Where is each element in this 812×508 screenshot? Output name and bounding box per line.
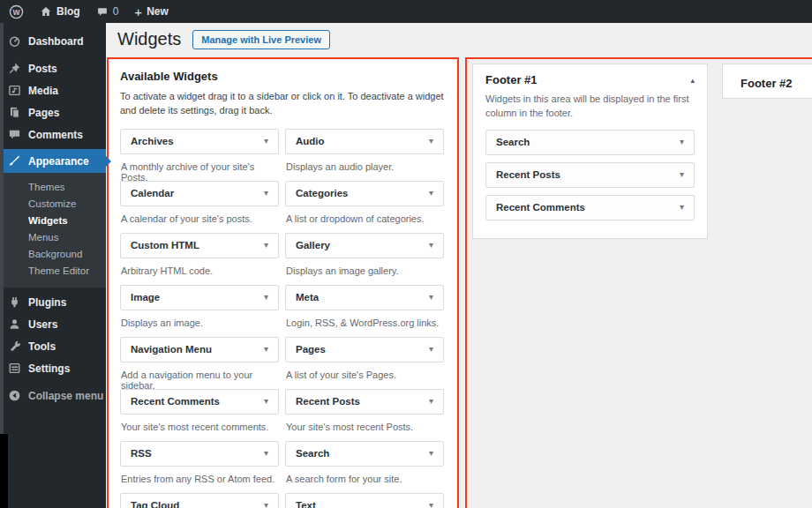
sidebar-item-appearance[interactable]: Appearance [0, 149, 106, 173]
widget-card[interactable]: Tag Cloud ▾ [120, 493, 279, 508]
new-content-button[interactable]: + New [134, 5, 168, 19]
assigned-widget-card[interactable]: Search ▾ [485, 130, 695, 155]
widget-description: A search form for your site. [285, 474, 444, 484]
sidebar-item-plugins[interactable]: Plugins [0, 291, 106, 313]
available-widget: Tag Cloud ▾ [120, 493, 279, 508]
site-name: Blog [56, 5, 80, 18]
media-icon [8, 84, 21, 97]
sidebar-item-label: Plugins [28, 296, 66, 309]
widget-card[interactable]: Recent Comments ▾ [120, 389, 279, 415]
plugin-icon [8, 295, 21, 309]
widget-card[interactable]: Navigation Menu ▾ [120, 337, 279, 362]
sidebar-item-label: Settings [28, 362, 70, 375]
site-home-link[interactable]: Blog [40, 5, 80, 18]
submenu-item-menus[interactable]: Menus [0, 229, 106, 246]
widget-card[interactable]: Pages ▾ [285, 337, 444, 362]
sidebar-item-comments[interactable]: Comments [0, 123, 106, 146]
submenu-item-background[interactable]: Background [0, 246, 106, 263]
available-widget: Navigation Menu ▾ Add a navigation menu … [120, 337, 279, 389]
widget-card[interactable]: Search ▾ [285, 441, 444, 467]
svg-text:W: W [12, 7, 20, 16]
footer2-widget-area: Footer #2 [722, 64, 812, 99]
chevron-down-icon[interactable]: ▾ [264, 397, 268, 406]
chevron-down-icon[interactable]: ▾ [429, 449, 433, 458]
chevron-down-icon[interactable]: ▾ [429, 137, 433, 146]
wordpress-logo-icon[interactable]: W [9, 4, 24, 19]
chevron-down-icon[interactable]: ▾ [264, 189, 268, 198]
widget-card[interactable]: Recent Posts ▾ [285, 389, 444, 415]
page-header: Widgets Manage with Live Preview [117, 29, 330, 49]
submenu-item-themes[interactable]: Themes [0, 179, 106, 196]
widget-card[interactable]: Custom HTML ▾ [120, 233, 279, 258]
widget-description: A calendar of your site's posts. [120, 213, 279, 224]
available-widget: Pages ▾ A list of your site's Pages. [285, 337, 444, 389]
chevron-down-icon[interactable]: ▾ [429, 501, 433, 508]
chevron-down-icon[interactable]: ▾ [264, 241, 268, 250]
admin-bar: W Blog 0 + New [0, 0, 812, 23]
chevron-down-icon[interactable]: ▾ [680, 203, 684, 212]
chevron-down-icon[interactable]: ▾ [429, 397, 433, 406]
sidebar-item-posts[interactable]: Posts [0, 57, 106, 79]
widget-card[interactable]: Gallery ▾ [285, 233, 444, 258]
available-widget: Calendar ▾ A calendar of your site's pos… [120, 181, 279, 233]
chevron-down-icon[interactable]: ▾ [264, 293, 268, 302]
chevron-down-icon[interactable]: ▾ [429, 241, 433, 250]
chevron-down-icon[interactable]: ▾ [429, 345, 433, 354]
chevron-down-icon[interactable]: ▾ [264, 137, 268, 146]
manage-live-preview-button[interactable]: Manage with Live Preview [192, 30, 330, 49]
comments-bubble-link[interactable]: 0 [96, 5, 119, 18]
sidebar-item-settings[interactable]: Settings [0, 357, 106, 379]
available-widget: Categories ▾ A list or dropdown of categ… [285, 181, 444, 233]
sidebar-item-label: Comments [28, 129, 83, 141]
chevron-down-icon[interactable]: ▾ [264, 501, 268, 508]
submenu-item-widgets[interactable]: Widgets [0, 213, 106, 229]
footer1-widget-area: Footer #1 ▴ Widgets in this area will be… [472, 64, 708, 239]
widget-description: Login, RSS, & WordPress.org links. [285, 318, 444, 328]
sidebar-item-tools[interactable]: Tools [0, 335, 106, 357]
submenu-item-theme-editor[interactable]: Theme Editor [0, 263, 106, 280]
widget-card[interactable]: RSS ▾ [120, 441, 279, 467]
widget-card[interactable]: Categories ▾ [285, 181, 444, 206]
chevron-down-icon[interactable]: ▾ [429, 189, 433, 198]
widget-description: Displays an image gallery. [285, 265, 444, 276]
screen-corner-artifact [0, 434, 8, 508]
submenu-item-customize[interactable]: Customize [0, 196, 106, 213]
widget-description: Displays an audio player. [285, 161, 444, 172]
widget-name: Image [131, 292, 160, 303]
sidebar-item-media[interactable]: Media [0, 79, 106, 101]
settings-icon [8, 362, 21, 375]
widget-name: Recent Posts [496, 169, 560, 180]
widget-name: Search [296, 448, 329, 459]
new-label: New [147, 5, 169, 18]
assigned-widget-card[interactable]: Recent Posts ▾ [485, 162, 695, 188]
collapse-panel-icon[interactable]: ▴ [690, 76, 695, 85]
widget-description: Displays an image. [120, 318, 279, 328]
collapse-menu-button[interactable]: Collapse menu [0, 385, 106, 407]
available-widget: Text ▾ [285, 493, 444, 508]
widget-card[interactable]: Audio ▾ [285, 129, 444, 154]
sidebar-item-dashboard[interactable]: Dashboard [0, 30, 106, 52]
chevron-down-icon[interactable]: ▾ [680, 170, 684, 179]
sidebar-item-label: Pages [28, 107, 59, 119]
available-widget: Custom HTML ▾ Arbitrary HTML code. [120, 233, 279, 285]
available-widget: Meta ▾ Login, RSS, & WordPress.org links… [285, 285, 444, 337]
available-widget: Image ▾ Displays an image. [120, 285, 279, 337]
widget-name: Search [496, 137, 530, 147]
widget-name: Navigation Menu [131, 344, 212, 355]
sidebar-item-users[interactable]: Users [0, 313, 106, 335]
assigned-widget-card[interactable]: Recent Comments ▾ [485, 195, 695, 220]
sidebar-item-label: Posts [28, 63, 57, 75]
widget-card[interactable]: Archives ▾ [120, 129, 279, 154]
widget-card[interactable]: Calendar ▾ [120, 181, 279, 206]
admin-sidebar: Dashboard Posts Media Pages [0, 23, 106, 508]
widget-name: Tag Cloud [131, 500, 179, 508]
widget-card[interactable]: Image ▾ [120, 285, 279, 310]
chevron-down-icon[interactable]: ▾ [429, 293, 433, 302]
sidebar-item-pages[interactable]: Pages [0, 101, 106, 123]
chevron-down-icon[interactable]: ▾ [680, 138, 684, 146]
widget-card[interactable]: Text ▾ [285, 493, 444, 508]
collapse-icon [8, 389, 21, 402]
widget-card[interactable]: Meta ▾ [285, 285, 444, 310]
chevron-down-icon[interactable]: ▾ [264, 345, 268, 354]
chevron-down-icon[interactable]: ▾ [264, 449, 268, 458]
